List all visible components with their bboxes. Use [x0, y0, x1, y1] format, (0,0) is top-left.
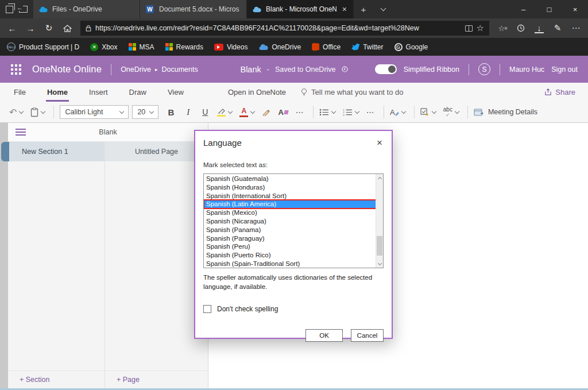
language-dialog: Language × Mark selected text as: Spanis… [194, 130, 393, 339]
breadcrumb[interactable]: OneDrive ▸ Documents [121, 65, 198, 74]
history-icon[interactable] [512, 24, 529, 32]
add-section-button[interactable]: + Section [8, 370, 105, 388]
refresh-icon[interactable]: ↻ [40, 23, 57, 33]
ok-button[interactable]: OK [305, 329, 343, 342]
open-in-onenote-button[interactable]: Open in OneNote [228, 88, 286, 96]
tab-view[interactable]: View [167, 84, 185, 101]
tab-files-onedrive[interactable]: Files - OneDrive [33, 0, 140, 18]
language-option[interactable]: Spanish (Honduras) [204, 183, 376, 192]
skype-icon[interactable]: S [478, 63, 490, 75]
font-size-select[interactable]: 20 [132, 105, 158, 119]
bullet-list-button[interactable] [319, 109, 335, 116]
language-option[interactable]: Spanish (Nicaragua) [204, 217, 376, 226]
ink-pen-icon[interactable]: ✎ [549, 23, 566, 33]
scroll-up-icon[interactable] [376, 174, 383, 182]
meeting-details-button[interactable]: Meeting Details [474, 108, 537, 116]
close-icon[interactable]: × [376, 138, 384, 148]
chevron-down-icon [228, 109, 233, 113]
tab-insert[interactable]: Insert [88, 84, 109, 101]
font-color-button[interactable]: A [239, 107, 254, 117]
back-icon[interactable]: ← [3, 24, 21, 33]
tags-button[interactable]: ★ [420, 108, 436, 116]
favorites-hub-icon[interactable]: ☆≡ [494, 24, 511, 33]
language-option[interactable]: Spanish (Guatemala) [204, 175, 376, 183]
chevron-down-icon [250, 109, 255, 113]
breadcrumb-current[interactable]: Documents [161, 65, 198, 74]
url-field[interactable]: https://onedrive.live.com/redir?resid=7C… [80, 21, 489, 36]
more-formatting-button[interactable]: ⋯ [296, 107, 304, 117]
clear-formatting-button[interactable]: A [278, 108, 288, 117]
tab-onenote-blank[interactable]: Blank - Microsoft OneN × [247, 0, 354, 18]
tab-word-document[interactable]: W Document 5.docx - Micros [140, 0, 247, 18]
tab-close-icon[interactable]: × [341, 5, 348, 14]
close-button[interactable]: × [562, 0, 588, 18]
more-options-icon[interactable]: ⋯ [567, 23, 585, 33]
language-listbox[interactable]: Spanish (Guatemala) Spanish (Honduras) S… [203, 173, 384, 268]
bookmark-label: OneDrive [272, 43, 301, 51]
undo-button[interactable]: ↶ [9, 107, 23, 118]
tab-home[interactable]: Home [46, 84, 69, 101]
bookmark-product-support[interactable]: DELL Product Support | D [7, 43, 79, 51]
bookmark-videos[interactable]: Videos [214, 43, 247, 51]
tab-preview-toggle[interactable] [373, 0, 393, 18]
set-tabs-aside-icon[interactable] [19, 6, 28, 13]
app-title[interactable]: OneNote Online [32, 64, 102, 75]
styles-button[interactable]: A [390, 107, 405, 117]
language-option[interactable]: Spanish (Panama) [204, 226, 376, 234]
bookmark-xbox[interactable]: Xbox [90, 43, 117, 51]
language-option[interactable]: Spanish (Mexico) [204, 208, 376, 217]
tell-me-box[interactable]: Tell me what you want to do [301, 88, 403, 96]
share-button[interactable]: Share [544, 88, 575, 96]
list-scrollbar[interactable] [376, 174, 383, 268]
new-tab-button[interactable]: + [354, 0, 373, 18]
sign-out-link[interactable]: Sign out [551, 65, 578, 74]
add-favorite-star-icon[interactable]: ☆ [477, 23, 484, 33]
maximize-button[interactable]: □ [536, 0, 562, 18]
tabs-preview-icon[interactable] [6, 6, 13, 13]
tab-draw[interactable]: Draw [128, 84, 148, 101]
reading-view-icon[interactable] [465, 25, 473, 32]
page-item[interactable]: Untitled Page [105, 142, 208, 161]
user-name[interactable]: Mauro Huc [509, 65, 544, 74]
app-launcher-icon[interactable] [11, 64, 21, 75]
language-option[interactable]: Spanish (Spain-Traditional Sort) [204, 260, 376, 268]
bold-button[interactable]: B [168, 107, 174, 117]
bookmark-twitter[interactable]: Twitter [351, 43, 383, 51]
more-paragraph-button[interactable]: ⋯ [366, 107, 375, 117]
paste-button[interactable] [30, 107, 45, 117]
dont-check-spelling-checkbox[interactable] [203, 305, 211, 313]
breadcrumb-root[interactable]: OneDrive [121, 65, 151, 74]
font-name-select[interactable]: Calibri Light [60, 105, 129, 119]
bookmark-google[interactable]: G Google [394, 43, 428, 51]
highlight-color-button[interactable] [217, 108, 232, 117]
scrollbar-thumb[interactable] [377, 236, 382, 256]
italic-button[interactable]: I [187, 107, 189, 117]
add-page-button[interactable]: + Page [105, 370, 208, 388]
cancel-button[interactable]: Cancel [351, 329, 384, 342]
section-item-selected[interactable]: New Section 1 [8, 142, 105, 161]
bookmark-msa[interactable]: MSA [129, 43, 154, 51]
format-painter-button[interactable] [262, 109, 270, 116]
spellcheck-button[interactable]: abc ✓ [443, 107, 459, 118]
bookmark-rewards[interactable]: Rewards [165, 43, 203, 51]
simplified-ribbon-toggle[interactable] [375, 64, 397, 74]
language-option[interactable]: Spanish (International Sort) [204, 192, 376, 200]
numbered-list-button[interactable]: 123 [343, 109, 359, 116]
forward-icon[interactable]: → [22, 24, 39, 33]
language-option[interactable]: Spanish (Peru) [204, 242, 376, 251]
sections-column: New Section 1 + Section [8, 142, 105, 388]
tab-file[interactable]: File [13, 84, 27, 101]
downloads-icon[interactable]: ↓ [535, 23, 544, 33]
scroll-down-icon[interactable] [376, 260, 383, 268]
hamburger-icon[interactable] [16, 129, 26, 136]
language-option[interactable]: Spanish (Paraguay) [204, 234, 376, 243]
minimize-button[interactable]: – [510, 0, 536, 18]
word-icon: W [145, 5, 154, 14]
home-icon[interactable] [59, 25, 76, 32]
bookmark-office[interactable]: Office [312, 43, 341, 51]
language-list: Spanish (Guatemala) Spanish (Honduras) S… [204, 175, 376, 268]
language-option[interactable]: Spanish (Puerto Rico) [204, 251, 376, 260]
bookmark-onedrive[interactable]: OneDrive [258, 43, 301, 51]
language-option-selected[interactable]: Spanish (Latin America) [204, 200, 376, 208]
underline-button[interactable]: U [202, 107, 208, 117]
